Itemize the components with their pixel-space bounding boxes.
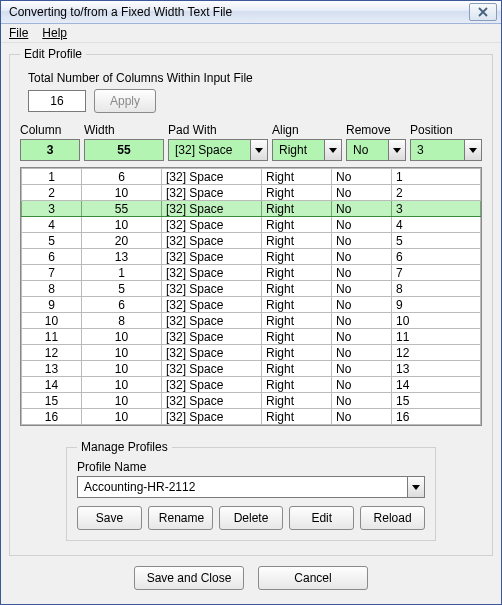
table-cell: 12 [22, 345, 82, 361]
table-cell: 1 [82, 265, 162, 281]
table-cell: No [332, 281, 392, 297]
header-width-label: Width [84, 123, 164, 137]
table-row[interactable]: 85[32] SpaceRightNo8 [22, 281, 481, 297]
table-cell: 9 [392, 297, 481, 313]
header-align-label: Align [272, 123, 342, 137]
table-cell: [32] Space [162, 217, 262, 233]
current-padwith-select[interactable]: [32] Space [168, 139, 268, 161]
profile-name-select[interactable]: Accounting-HR-2112 [77, 476, 425, 498]
table-cell: 15 [22, 393, 82, 409]
titlebar: Converting to/from a Fixed Width Text Fi… [1, 1, 501, 24]
delete-button[interactable]: Delete [219, 506, 284, 530]
table-cell: 2 [22, 185, 82, 201]
table-cell: Right [262, 233, 332, 249]
save-and-close-button[interactable]: Save and Close [134, 566, 244, 590]
chevron-down-icon [324, 140, 341, 160]
table-cell: Right [262, 281, 332, 297]
table-row[interactable]: 410[32] SpaceRightNo4 [22, 217, 481, 233]
current-align-select[interactable]: Right [272, 139, 342, 161]
header-padwith-label: Pad With [168, 123, 268, 137]
table-cell: No [332, 217, 392, 233]
apply-button[interactable]: Apply [94, 89, 156, 113]
table-cell: 9 [22, 297, 82, 313]
manage-profiles-legend: Manage Profiles [77, 440, 172, 454]
total-columns-row: Total Number of Columns Within Input Fil… [28, 71, 482, 113]
current-remove-select[interactable]: No [346, 139, 406, 161]
menubar: File Help [1, 24, 501, 43]
table-cell: [32] Space [162, 377, 262, 393]
table-cell: 10 [82, 409, 162, 425]
menu-help[interactable]: Help [42, 26, 67, 40]
close-button[interactable] [469, 3, 497, 21]
save-button[interactable]: Save [77, 506, 142, 530]
table-row[interactable]: 1110[32] SpaceRightNo11 [22, 329, 481, 345]
table-cell: No [332, 329, 392, 345]
table-cell: [32] Space [162, 361, 262, 377]
dialog-body: Edit Profile Total Number of Columns Wit… [1, 43, 501, 604]
table-cell: [32] Space [162, 185, 262, 201]
table-cell: 5 [82, 281, 162, 297]
table-cell: Right [262, 345, 332, 361]
columns-table[interactable]: 16[32] SpaceRightNo1210[32] SpaceRightNo… [21, 168, 481, 425]
table-row[interactable]: 520[32] SpaceRightNo5 [22, 233, 481, 249]
table-cell: 6 [22, 249, 82, 265]
table-row[interactable]: 108[32] SpaceRightNo10 [22, 313, 481, 329]
table-cell: 16 [392, 409, 481, 425]
table-row[interactable]: 1210[32] SpaceRightNo12 [22, 345, 481, 361]
cancel-button[interactable]: Cancel [258, 566, 368, 590]
table-cell: Right [262, 169, 332, 185]
table-cell: 6 [82, 169, 162, 185]
current-position-value: 3 [417, 143, 424, 157]
table-cell: 13 [22, 361, 82, 377]
table-row[interactable]: 1410[32] SpaceRightNo14 [22, 377, 481, 393]
profile-name-label: Profile Name [77, 460, 425, 474]
table-cell: [32] Space [162, 313, 262, 329]
chevron-down-icon [464, 140, 481, 160]
edit-profile-group: Edit Profile Total Number of Columns Wit… [9, 47, 493, 556]
manage-profiles-group: Manage Profiles Profile Name Accounting-… [66, 440, 436, 541]
table-cell: 15 [392, 393, 481, 409]
current-position-select[interactable]: 3 [410, 139, 482, 161]
table-cell: 5 [22, 233, 82, 249]
table-cell: 8 [392, 281, 481, 297]
table-cell: 55 [82, 201, 162, 217]
table-row[interactable]: 71[32] SpaceRightNo7 [22, 265, 481, 281]
current-align-value: Right [279, 143, 307, 157]
table-row[interactable]: 1510[32] SpaceRightNo15 [22, 393, 481, 409]
total-columns-input[interactable]: 16 [28, 90, 86, 112]
table-cell: No [332, 377, 392, 393]
reload-button[interactable]: Reload [360, 506, 425, 530]
table-cell: 11 [392, 329, 481, 345]
table-row[interactable]: 1610[32] SpaceRightNo16 [22, 409, 481, 425]
table-cell: [32] Space [162, 329, 262, 345]
table-cell: [32] Space [162, 233, 262, 249]
table-row[interactable]: 355[32] SpaceRightNo3 [22, 201, 481, 217]
chevron-down-icon [407, 477, 424, 497]
table-cell: [32] Space [162, 281, 262, 297]
column-editor-header: Column 3 Width 55 Pad With [32] Space Al… [20, 123, 482, 161]
table-cell: [32] Space [162, 249, 262, 265]
edit-button[interactable]: Edit [289, 506, 354, 530]
table-cell: Right [262, 313, 332, 329]
current-column-input[interactable]: 3 [20, 139, 80, 161]
table-cell: No [332, 313, 392, 329]
table-cell: 14 [392, 377, 481, 393]
table-cell: 10 [82, 361, 162, 377]
current-width-input[interactable]: 55 [84, 139, 164, 161]
rename-button[interactable]: Rename [148, 506, 213, 530]
table-cell: Right [262, 249, 332, 265]
table-cell: 3 [392, 201, 481, 217]
table-cell: 10 [82, 377, 162, 393]
table-cell: 6 [392, 249, 481, 265]
table-row[interactable]: 96[32] SpaceRightNo9 [22, 297, 481, 313]
table-row[interactable]: 613[32] SpaceRightNo6 [22, 249, 481, 265]
table-cell: 2 [392, 185, 481, 201]
table-cell: 6 [82, 297, 162, 313]
menu-file[interactable]: File [9, 26, 28, 40]
current-remove-value: No [353, 143, 368, 157]
table-cell: Right [262, 217, 332, 233]
table-row[interactable]: 210[32] SpaceRightNo2 [22, 185, 481, 201]
table-row[interactable]: 1310[32] SpaceRightNo13 [22, 361, 481, 377]
table-row[interactable]: 16[32] SpaceRightNo1 [22, 169, 481, 185]
header-column-label: Column [20, 123, 80, 137]
